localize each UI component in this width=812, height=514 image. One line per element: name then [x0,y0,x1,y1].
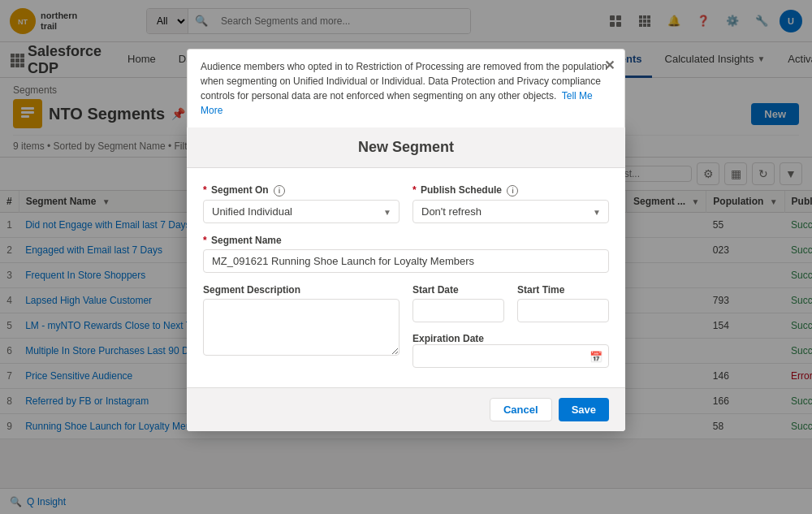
modal-body: * Segment On i Unified Individual Indivi… [187,168,625,387]
start-row: Start Date Start Time [412,284,609,322]
expiration-date-group: Expiration Date 📅 [412,332,609,368]
start-time-input[interactable] [517,299,609,322]
start-time-group: Start Time [517,284,609,322]
close-icon[interactable]: ✕ [604,56,615,76]
segment-name-label: * Segment Name [203,235,609,246]
publish-schedule-group: * Publish Schedule i Don't refresh Hourl… [412,184,609,223]
publish-schedule-label: * Publish Schedule i [412,184,609,197]
expiration-date-label: Expiration Date [412,333,484,344]
expiration-date-input[interactable] [412,344,609,368]
dates-group: Start Date Start Time Expiration Date [412,284,609,368]
segment-on-group: * Segment On i Unified Individual Indivi… [203,184,400,223]
modal-row-2: * Segment Name [203,235,609,273]
warning-banner: ✕ Audience members who opted in to Restr… [187,49,625,127]
publish-schedule-select-wrap[interactable]: Don't refresh Hourly Daily Weekly [412,200,609,223]
segment-description-label: Segment Description [203,284,400,296]
segment-name-group: * Segment Name [203,235,609,273]
calendar-icon[interactable]: 📅 [590,350,603,362]
cancel-button[interactable]: Cancel [490,398,552,421]
new-segment-modal: New Segment * Segment On i Unified Indiv… [187,127,625,431]
segment-on-select[interactable]: Unified Individual Individual Unified Li… [203,200,400,223]
modal-overlay: ✕ Audience members who opted in to Restr… [0,0,812,439]
start-date-group: Start Date [412,284,504,322]
publish-schedule-select[interactable]: Don't refresh Hourly Daily Weekly [412,200,609,223]
start-date-label: Start Date [412,284,504,296]
segment-on-select-wrap[interactable]: Unified Individual Individual Unified Li… [203,200,400,223]
start-time-label: Start Time [517,284,609,296]
expiration-date-wrap[interactable]: 📅 [412,344,609,368]
save-button[interactable]: Save [559,398,609,421]
modal-row-3: Segment Description Start Date Start Tim… [203,284,609,368]
start-date-input[interactable] [412,299,504,322]
warning-text: Audience members who opted in to Restric… [201,61,607,102]
modal-footer: Cancel Save [187,387,625,431]
segment-description-input[interactable] [203,299,400,356]
modal-row-1: * Segment On i Unified Individual Indivi… [203,184,609,223]
segment-on-info-icon[interactable]: i [274,185,285,197]
modal-title: New Segment [187,127,625,168]
segment-on-label: * Segment On i [203,184,400,197]
segment-description-group: Segment Description [203,284,400,368]
segment-name-input[interactable] [203,249,609,273]
publish-schedule-info-icon[interactable]: i [507,185,518,197]
